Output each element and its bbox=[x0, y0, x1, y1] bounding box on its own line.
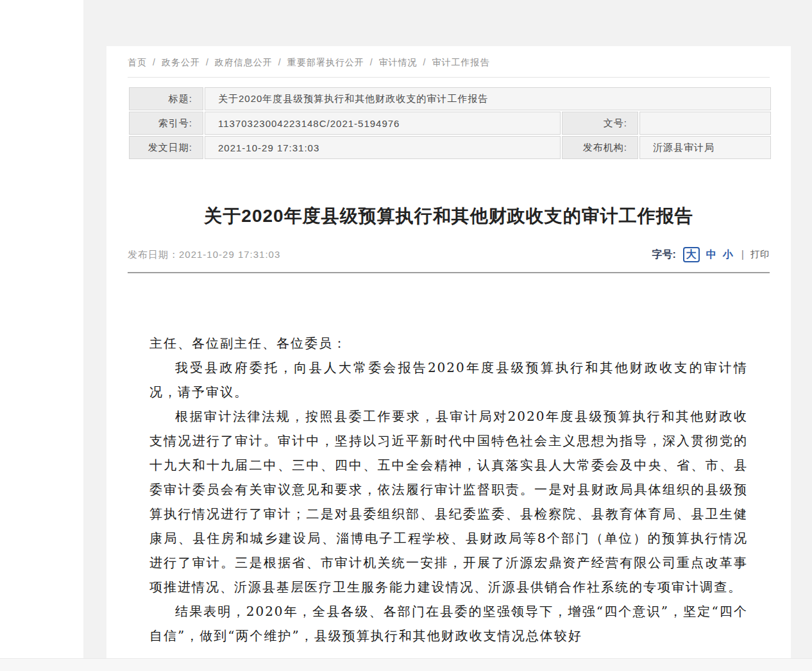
paragraph-results: 结果表明，2020年，全县各级、各部门在县委的坚强领导下，增强“四个意识”，坚定… bbox=[149, 599, 748, 648]
paragraph-salutation: 主任、各位副主任、各位委员： bbox=[149, 331, 748, 355]
font-size-label: 字号: bbox=[652, 248, 676, 262]
doc-number-label: 文号: bbox=[562, 112, 638, 135]
paragraph-audit-scope: 根据审计法律法规，按照县委工作要求，县审计局对2020年度县级预算执行和其他财政… bbox=[149, 404, 748, 599]
breadcrumb-separator: / bbox=[370, 57, 373, 67]
publish-date: 发布日期：2021-10-29 17:31:03 bbox=[128, 249, 280, 261]
title-label: 标题: bbox=[129, 87, 203, 110]
font-size-large-button[interactable]: 大 bbox=[683, 247, 700, 262]
breadcrumb-item-government-info[interactable]: 政府信息公开 bbox=[215, 57, 273, 67]
table-row: 索引号: 11370323004223148C/2021-5194976 文号: bbox=[129, 112, 771, 135]
print-button[interactable]: 打印 bbox=[750, 249, 770, 260]
paragraph-intro: 我受县政府委托，向县人大常委会报告2020年度县级预算执行和其他财政收支的审计情… bbox=[149, 355, 748, 404]
breadcrumb-separator: / bbox=[278, 57, 282, 67]
footer-strip bbox=[0, 658, 812, 671]
issue-date-label: 发文日期: bbox=[129, 136, 203, 159]
document-meta-table: 标题: 关于2020年度县级预算执行和其他财政收支的审计工作报告 索引号: 11… bbox=[128, 86, 772, 160]
font-size-small-button[interactable]: 小 bbox=[723, 248, 733, 262]
doc-number-value bbox=[639, 112, 771, 135]
table-row: 标题: 关于2020年度县级预算执行和其他财政收支的审计工作报告 bbox=[129, 87, 771, 110]
page-title: 关于2020年度县级预算执行和其他财政收支的审计工作报告 bbox=[128, 204, 770, 228]
issue-date-value: 2021-10-29 17:31:03 bbox=[205, 136, 561, 159]
breadcrumb-separator: / bbox=[206, 57, 209, 67]
breadcrumb-item-audit-report[interactable]: 审计工作报告 bbox=[432, 57, 489, 67]
left-margin bbox=[0, 0, 83, 658]
publish-date-value: 2021-10-29 17:31:03 bbox=[179, 249, 280, 260]
breadcrumb-item-home[interactable]: 首页 bbox=[128, 57, 147, 67]
breadcrumb-divider bbox=[128, 77, 770, 78]
article-body: 主任、各位副主任、各位委员： 我受县政府委托，向县人大常委会报告2020年度县级… bbox=[128, 273, 770, 648]
breadcrumb: 首页/政务公开/政府信息公开/重要部署执行公开/审计情况/审计工作报告 bbox=[128, 46, 770, 69]
agency-label: 发布机构: bbox=[562, 136, 638, 159]
article-controls: 字号: 大 中 小 | 打印 bbox=[652, 247, 770, 262]
table-row: 发文日期: 2021-10-29 17:31:03 发布机构: 沂源县审计局 bbox=[129, 136, 771, 159]
publish-date-label: 发布日期： bbox=[128, 249, 179, 260]
breadcrumb-item-audit-status[interactable]: 审计情况 bbox=[379, 57, 418, 67]
content-card: 首页/政务公开/政府信息公开/重要部署执行公开/审计情况/审计工作报告 标题: … bbox=[106, 46, 791, 658]
breadcrumb-item-government-affairs[interactable]: 政务公开 bbox=[162, 57, 200, 67]
index-number-value: 11370323004223148C/2021-5194976 bbox=[205, 112, 561, 135]
agency-value: 沂源县审计局 bbox=[639, 136, 771, 159]
index-number-label: 索引号: bbox=[129, 112, 203, 135]
font-size-medium-button[interactable]: 中 bbox=[706, 248, 716, 262]
breadcrumb-item-deployment[interactable]: 重要部署执行公开 bbox=[287, 57, 364, 67]
article-meta-row: 发布日期：2021-10-29 17:31:03 字号: 大 中 小 | 打印 bbox=[128, 246, 770, 263]
breadcrumb-separator: / bbox=[153, 57, 156, 67]
breadcrumb-separator: / bbox=[423, 57, 427, 67]
title-value: 关于2020年度县级预算执行和其他财政收支的审计工作报告 bbox=[205, 87, 771, 110]
controls-separator: | bbox=[741, 249, 744, 260]
